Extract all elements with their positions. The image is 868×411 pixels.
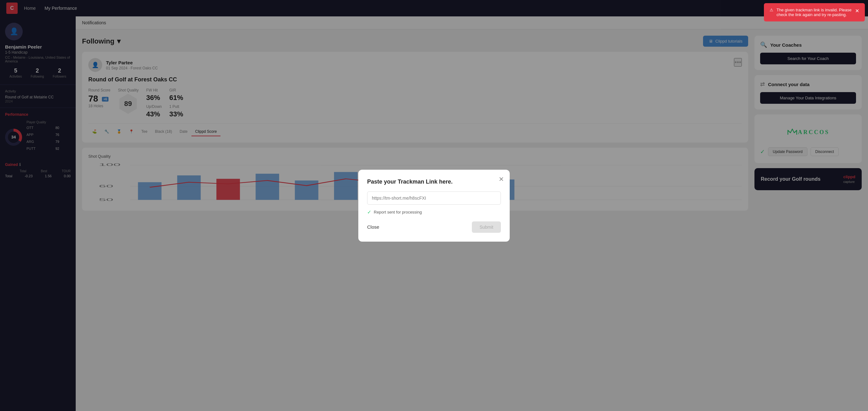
error-message: The given trackman link is invalid. Plea… [777,7,852,17]
modal-overlay[interactable]: Paste your Trackman Link here. ✕ ✓ Repor… [0,0,868,411]
error-warning-icon: ⚠ [770,7,773,12]
error-close-button[interactable]: ✕ [855,8,859,14]
modal-success-message: ✓ Report sent for processing [367,209,501,215]
modal-title: Paste your Trackman Link here. [367,179,501,185]
modal-submit-button[interactable]: Submit [472,221,501,233]
error-banner: ⚠ The given trackman link is invalid. Pl… [764,3,865,22]
modal-close-button[interactable]: Close [367,224,379,230]
modal-close-x-button[interactable]: ✕ [499,176,504,183]
success-checkmark-icon: ✓ [367,209,371,215]
trackman-link-input[interactable] [367,191,501,205]
trackman-modal: Paste your Trackman Link here. ✕ ✓ Repor… [358,170,510,242]
success-text: Report sent for processing [374,210,422,215]
modal-footer: Close Submit [367,221,501,233]
